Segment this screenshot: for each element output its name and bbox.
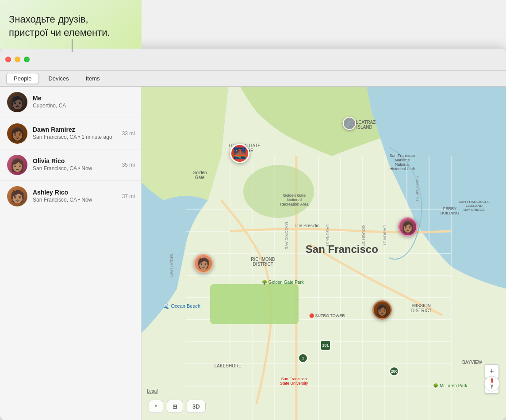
map-pin-alcatraz[interactable]: ⚓ <box>343 117 356 130</box>
map-pin-ashley[interactable]: 🧑🏽 <box>194 254 213 273</box>
map-area[interactable]: San Francisco GOLDEN GATEBRIDGE ALCATRAZ… <box>142 87 506 420</box>
find-my-window: People Devices Items 🧑🏿 Me Cupertino, CA… <box>0 49 506 420</box>
svg-text:N: N <box>491 378 493 381</box>
map-bottom-controls: ⌖ ⊞ 3D <box>149 400 206 413</box>
3d-button[interactable]: 3D <box>187 400 206 413</box>
contact-name-me: Me <box>33 95 134 102</box>
map-marker-101: 101 <box>320 340 331 351</box>
avatar-ashley: 🧑🏽 <box>7 186 27 206</box>
callout-line <box>72 39 73 52</box>
contact-item-olivia[interactable]: 👩🏽 Olivia Rico San Francisco, CA • Now 3… <box>0 149 141 181</box>
svg-point-22 <box>243 165 314 218</box>
avatar-me: 🧑🏿 <box>7 92 27 112</box>
contact-item-dawn[interactable]: 👩🏾 Dawn Ramirez San Francisco, CA • 1 mi… <box>0 118 141 149</box>
avatar-dawn: 👩🏾 <box>7 123 27 144</box>
map-icon: ⊞ <box>172 403 177 410</box>
contact-info-me: Me Cupertino, CA <box>33 95 134 110</box>
location-icon: ⌖ <box>154 403 157 410</box>
tab-bar: People Devices Items <box>0 71 506 87</box>
contact-distance-olivia: 35 mi <box>122 162 135 168</box>
legal-link[interactable]: Legal <box>147 386 157 394</box>
contact-name-ashley: Ashley Rico <box>33 189 134 196</box>
contact-item-ashley[interactable]: 🧑🏽 Ashley Rico San Francisco, CA • Now 3… <box>0 181 141 212</box>
map-pin-dawn[interactable]: 👩🏾 <box>372 300 392 320</box>
tooltip-text: Знаходьте друзів, пристрої чи елементи. <box>9 13 110 39</box>
contact-location-me: Cupertino, CA <box>33 103 134 110</box>
map-pin-olivia[interactable]: 👩🏽 <box>398 217 418 237</box>
avatar-olivia: 👩🏽 <box>7 155 27 175</box>
contact-distance-ashley: 37 mi <box>122 193 135 199</box>
contact-info-dawn: Dawn Ramirez San Francisco, CA • 1 minut… <box>33 126 134 141</box>
contact-name-olivia: Olivia Rico <box>33 157 134 164</box>
tab-items[interactable]: Items <box>78 73 107 84</box>
3d-label: 3D <box>192 403 200 410</box>
tab-people[interactable]: People <box>6 73 39 84</box>
contact-distance-dawn: 33 mi <box>122 130 135 137</box>
map-svg <box>142 87 506 420</box>
tooltip-callout: Знаходьте друзів, пристрої чи елементи. <box>0 0 142 49</box>
contact-location-olivia: San Francisco, CA • Now <box>33 165 134 172</box>
contact-location-dawn: San Francisco, CA • 1 minute ago <box>33 134 134 141</box>
map-type-button[interactable]: ⊞ <box>167 400 183 413</box>
tab-devices[interactable]: Devices <box>41 73 76 84</box>
contact-info-ashley: Ashley Rico San Francisco, CA • Now <box>33 189 134 204</box>
minimize-button[interactable] <box>15 57 20 62</box>
compass-icon: N <box>484 376 500 392</box>
main-content: 🧑🏿 Me Cupertino, CA 👩🏾 Dawn Ramirez San … <box>0 87 506 420</box>
svg-rect-21 <box>210 284 299 324</box>
close-button[interactable] <box>5 57 11 62</box>
sidebar: 🧑🏿 Me Cupertino, CA 👩🏾 Dawn Ramirez San … <box>0 87 142 420</box>
contact-info-olivia: Olivia Rico San Francisco, CA • Now <box>33 157 134 172</box>
location-button[interactable]: ⌖ <box>149 400 163 413</box>
contact-name-dawn: Dawn Ramirez <box>33 126 134 133</box>
contact-item-me[interactable]: 🧑🏿 Me Cupertino, CA <box>0 87 141 118</box>
titlebar <box>0 49 506 71</box>
contact-location-ashley: San Francisco, CA • Now <box>33 197 134 204</box>
maximize-button[interactable] <box>24 57 30 62</box>
compass[interactable]: N <box>484 376 500 393</box>
map-pin-golden-gate-bridge[interactable]: 🌉 <box>230 144 249 163</box>
